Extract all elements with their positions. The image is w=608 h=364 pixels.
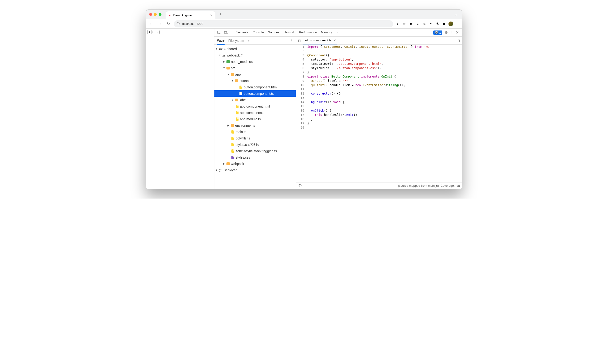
editor-tab[interactable]: button.component.ts ✕	[303, 37, 337, 44]
page-content: + 0 -	[146, 29, 214, 189]
devtools-toolbar: Elements Console Sources Network Perform…	[214, 29, 462, 37]
tree-main-ts[interactable]: main.ts	[214, 129, 296, 135]
profile-avatar[interactable]	[448, 22, 453, 26]
issues-badge[interactable]: 💬 1	[433, 30, 442, 35]
tree-label-folder[interactable]: ▶label	[214, 97, 296, 103]
tree-app-module[interactable]: app.module.ts	[214, 116, 296, 122]
tree-button-folder[interactable]: ▼button	[214, 78, 296, 84]
traffic-lights	[149, 13, 161, 16]
browser-tab[interactable]: ▲ DemoAngular ✕	[166, 11, 215, 19]
new-tab-button[interactable]: +	[217, 12, 224, 17]
settings-gear-icon[interactable]: ⚙	[445, 30, 448, 35]
tree-zone-tagging[interactable]: zone-async-stack-tagging.ts	[214, 148, 296, 154]
extensions-puzzle-icon[interactable]: ✦	[428, 22, 433, 26]
show-debugger-icon[interactable]: ◨	[457, 39, 460, 42]
extension-skull-icon[interactable]: ☻	[409, 22, 413, 26]
tree-polyfills[interactable]: polyfills.ts	[214, 135, 296, 141]
tree-authored[interactable]: ▼</>Authored	[214, 46, 296, 52]
file-icon	[231, 130, 235, 134]
device-mode-icon[interactable]	[224, 30, 229, 35]
nav-tab-page[interactable]: Page	[217, 37, 225, 45]
editor-tabs: ◧ button.component.ts ✕ ◨	[296, 37, 462, 45]
file-icon	[235, 104, 239, 108]
window-close-button[interactable]	[149, 13, 152, 16]
nav-tab-filesystem[interactable]: Filesystem	[228, 37, 244, 44]
tab-more[interactable]: »	[336, 29, 338, 36]
tab-close-icon[interactable]: ✕	[210, 13, 213, 17]
code-editor[interactable]: 1234567891011121314151617181920 import {…	[296, 45, 462, 182]
cube-icon: ⬚	[219, 168, 222, 172]
tab-sources[interactable]: Sources	[268, 29, 279, 36]
menu-dots-icon[interactable]: ⋮	[455, 22, 460, 26]
file-icon	[231, 156, 235, 159]
extension-flask-icon[interactable]: ⚗	[435, 22, 440, 26]
folder-icon	[226, 162, 230, 166]
inspect-element-icon[interactable]	[217, 30, 221, 35]
tree-node-modules[interactable]: ▶node_modules	[214, 58, 296, 65]
more-vert-icon[interactable]: ⋮	[450, 31, 453, 34]
file-icon	[239, 85, 243, 89]
back-button[interactable]: ←	[148, 22, 154, 26]
file-icon	[235, 117, 239, 121]
counter-decrement-button[interactable]: -	[155, 30, 159, 34]
counter-increment-button[interactable]: +	[147, 30, 152, 34]
tree-src[interactable]: ▼src	[214, 65, 296, 71]
code-bracket-icon: </>	[219, 47, 222, 51]
tab-network[interactable]: Network	[284, 29, 295, 36]
tree-styles-hashed[interactable]: styles.css?231c	[214, 141, 296, 148]
tab-memory[interactable]: Memory	[321, 29, 332, 36]
tree-deployed[interactable]: ▼⬚Deployed	[214, 167, 296, 173]
tree-webpack-scheme[interactable]: ▼☁webpack://	[214, 52, 296, 58]
bookmark-star-icon[interactable]: ☆	[402, 22, 406, 26]
extension-bug-icon[interactable]: ⌯	[415, 22, 420, 26]
folder-icon	[231, 124, 234, 127]
pretty-print-icon[interactable]: {}	[298, 184, 302, 187]
file-icon	[231, 149, 235, 153]
sidepanel-icon[interactable]: ▣	[442, 22, 446, 26]
window-maximize-button[interactable]	[159, 13, 161, 16]
sources-navigator: Page Filesystem » ⋮ ▼</>Authored ▼☁webpa…	[214, 37, 296, 189]
titlebar: ▲ DemoAngular ✕ + ⌄	[146, 10, 462, 19]
devtools-close-icon[interactable]: ✕	[456, 30, 459, 35]
url-port: :4200	[195, 22, 203, 26]
nav-more-icon[interactable]: ⋮	[290, 39, 293, 42]
folder-icon	[235, 98, 239, 102]
tree-styles-css[interactable]: styles.css	[214, 154, 296, 160]
editor-tab-close-icon[interactable]: ✕	[333, 39, 336, 42]
address-input[interactable]: ⓘ localhost:4200	[174, 20, 393, 27]
editor-gutter: 1234567891011121314151617181920	[296, 45, 306, 182]
window-minimize-button[interactable]	[154, 13, 157, 16]
tree-button-html[interactable]: button.component.html	[214, 84, 296, 90]
code-pane: ◧ button.component.ts ✕ ◨ 12345678910111…	[296, 37, 462, 189]
tabs-dropdown-button[interactable]: ⌄	[454, 12, 457, 16]
source-map-link[interactable]: main.js	[428, 184, 438, 187]
folder-icon	[231, 73, 234, 76]
tree-button-ts[interactable]: button.component.ts	[214, 90, 296, 97]
show-navigator-icon[interactable]: ◧	[298, 39, 301, 42]
nav-tab-more[interactable]: »	[248, 37, 250, 44]
tab-elements[interactable]: Elements	[235, 29, 248, 36]
devtools-tabs: Elements Console Sources Network Perform…	[235, 29, 431, 36]
file-icon	[239, 92, 243, 95]
tree-webpack-folder[interactable]: ▶webpack	[214, 160, 296, 167]
tree-app[interactable]: ▼app	[214, 71, 296, 78]
file-icon	[235, 111, 239, 115]
issues-count: 1	[439, 31, 441, 34]
tab-performance[interactable]: Performance	[299, 29, 317, 36]
forward-button[interactable]: →	[157, 22, 163, 26]
counter-widget: + 0 -	[147, 30, 160, 34]
folder-icon	[226, 66, 230, 70]
tree-environments[interactable]: ▶environments	[214, 122, 296, 129]
file-tree: ▼</>Authored ▼☁webpack:// ▶node_modules …	[214, 45, 296, 189]
tab-console[interactable]: Console	[252, 29, 264, 36]
reload-button[interactable]: ↻	[165, 22, 171, 26]
site-info-icon[interactable]: ⓘ	[177, 22, 180, 26]
share-icon[interactable]: ⇪	[396, 22, 400, 26]
devtools: Elements Console Sources Network Perform…	[214, 29, 462, 189]
tree-app-ts[interactable]: app.component.ts	[214, 109, 296, 116]
extension-target-icon[interactable]: ◎	[422, 22, 426, 26]
editor-content: import { Component, OnInit, Input, Outpu…	[306, 45, 462, 182]
chat-bubble-icon: 💬	[435, 31, 438, 34]
file-icon	[231, 136, 235, 140]
tree-app-html[interactable]: app.component.html	[214, 103, 296, 109]
